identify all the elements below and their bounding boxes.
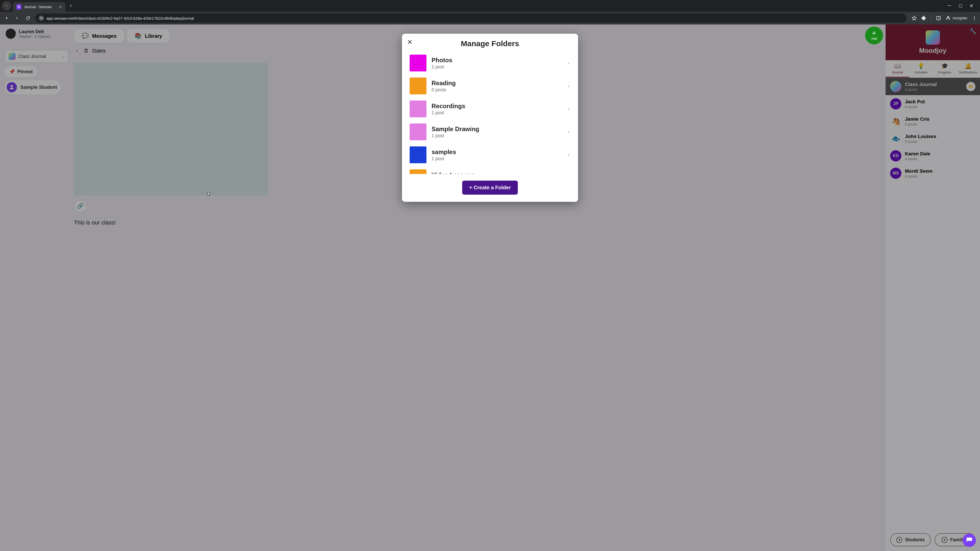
folder-name: Video Lessons — [431, 171, 563, 174]
folder-color-swatch — [410, 78, 426, 94]
folder-color-swatch — [410, 124, 426, 140]
folder-post-count: 1 post — [431, 133, 563, 138]
browser-menu-icon[interactable] — [972, 16, 977, 21]
folder-name: Recordings — [431, 103, 563, 110]
folder-post-count: 1 post — [431, 64, 563, 70]
folder-name: samples — [431, 148, 563, 156]
manage-folders-modal: ✕ Manage Folders Photos1 post›Reading0 p… — [402, 34, 578, 202]
chevron-right-icon: › — [568, 152, 570, 158]
tab-search-button[interactable] — [2, 1, 11, 11]
folder-row[interactable]: Sample Drawing1 post› — [410, 121, 570, 143]
folder-name: Sample Drawing — [431, 125, 563, 133]
folder-post-count: 0 posts — [431, 87, 563, 93]
extensions-icon[interactable] — [921, 16, 926, 21]
svg-point-1 — [974, 17, 975, 18]
folder-row[interactable]: Photos1 post› — [410, 52, 570, 75]
folder-list[interactable]: Photos1 post›Reading0 posts›Recordings1 … — [402, 52, 578, 174]
folder-color-swatch — [410, 100, 426, 118]
window-minimize-icon[interactable]: — — [947, 3, 951, 9]
folder-row[interactable]: samples1 post› — [410, 143, 570, 166]
folder-row[interactable]: Recordings1 post› — [410, 97, 570, 121]
nav-forward-button — [14, 15, 21, 21]
svg-point-0 — [974, 16, 975, 17]
folder-post-count: 1 post — [431, 110, 563, 116]
add-fab-button[interactable]: + Add — [865, 27, 883, 44]
site-settings-icon[interactable] — [39, 16, 44, 21]
folder-name: Reading — [431, 79, 563, 87]
new-tab-button[interactable]: + — [69, 3, 72, 9]
browser-tab[interactable]: S Journal - Seesaw ✕ — [13, 2, 65, 12]
nav-back-button[interactable] — [3, 15, 10, 21]
chevron-right-icon: › — [568, 106, 570, 112]
nav-reload-button[interactable] — [24, 15, 31, 21]
sidepanel-icon[interactable] — [936, 16, 941, 21]
browser-chrome: S Journal - Seesaw ✕ + — ▢ ✕ app.seesaw.… — [0, 0, 980, 24]
incognito-indicator[interactable]: Incognito — [945, 16, 967, 21]
chevron-right-icon: › — [568, 129, 570, 135]
folder-color-swatch — [410, 146, 426, 163]
tab-close-icon[interactable]: ✕ — [59, 5, 62, 10]
folder-post-count: 1 post — [431, 156, 563, 162]
folder-row[interactable]: Video Lessons0 posts› — [410, 166, 570, 174]
svg-point-2 — [974, 19, 975, 20]
window-maximize-icon[interactable]: ▢ — [959, 3, 963, 9]
folder-color-swatch — [410, 169, 426, 174]
tab-favicon: S — [16, 4, 21, 10]
chat-fab[interactable] — [963, 534, 976, 547]
modal-close-icon[interactable]: ✕ — [407, 38, 413, 46]
chevron-right-icon: › — [568, 83, 570, 89]
add-fab-label: Add — [871, 37, 877, 41]
create-folder-button[interactable]: + Create a Folder — [462, 181, 518, 195]
cursor-pointer-icon — [206, 191, 211, 198]
modal-title: Manage Folders — [402, 34, 578, 52]
chevron-right-icon: › — [568, 60, 570, 66]
folder-color-swatch — [410, 55, 426, 71]
folder-row[interactable]: Reading0 posts› — [410, 75, 570, 97]
folder-name: Photos — [431, 57, 563, 64]
plus-icon: + — [872, 30, 876, 36]
window-close-icon[interactable]: ✕ — [969, 3, 974, 9]
tab-title: Journal - Seesaw — [24, 5, 52, 9]
address-bar[interactable]: app.seesaw.me/#/class/class.e01bf4c2-9a2… — [35, 14, 907, 23]
bookmark-star-icon[interactable] — [912, 16, 917, 21]
url-text: app.seesaw.me/#/class/class.e01bf4c2-9a2… — [46, 16, 194, 21]
